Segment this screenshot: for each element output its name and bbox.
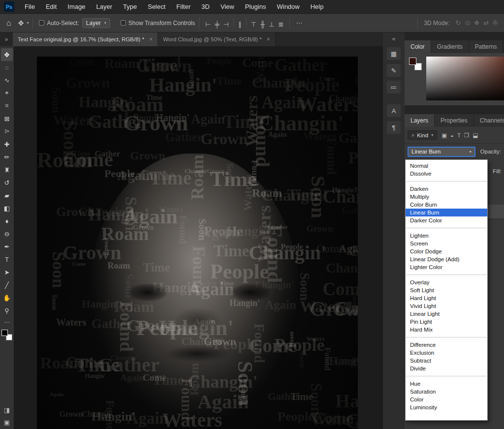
blend-option-pin-light[interactable]: Pin Light	[406, 318, 487, 326]
history-brush-tool[interactable]: ↺	[1, 176, 13, 189]
filter-type-layers-icon[interactable]: T	[457, 132, 461, 138]
align-center-horizontal-icon[interactable]: ╪	[213, 20, 221, 29]
document-tab[interactable]: Text Face original.jpg @ 16.7% (Subject,…	[13, 32, 158, 46]
tool-preset-caret-icon[interactable]: ▾	[27, 21, 29, 25]
auto-select-checkbox[interactable]	[39, 20, 44, 26]
blend-option-vivid-light[interactable]: Vivid Light	[406, 302, 487, 310]
screen-mode-icon[interactable]: ▣	[4, 419, 10, 426]
tab-close-icon[interactable]: ×	[149, 36, 153, 43]
blur-tool[interactable]: ♦	[1, 214, 13, 227]
distribute-horizontal-icon[interactable]: ∥	[236, 20, 244, 29]
tab-patterns[interactable]: Patterns	[469, 40, 504, 53]
frame-tool[interactable]: ⊠	[1, 112, 13, 125]
blend-option-hard-light[interactable]: Hard Light	[406, 294, 487, 302]
hand-tool[interactable]: ✋	[1, 291, 13, 304]
blend-option-color-burn[interactable]: Color Burn	[406, 201, 487, 209]
menu-file[interactable]: File	[19, 0, 40, 14]
foreground-color-swatch[interactable]	[1, 330, 8, 336]
menu-view[interactable]: View	[215, 0, 240, 14]
blend-option-soft-light[interactable]: Soft Light	[406, 286, 487, 294]
gradient-tool[interactable]: ◧	[1, 202, 13, 214]
clone-source-icon[interactable]: ≔	[387, 81, 401, 93]
blend-option-exclusion[interactable]: Exclusion	[406, 349, 487, 357]
menu-filter[interactable]: Filter	[171, 0, 196, 14]
collapse-tools-icon[interactable]: »	[0, 32, 13, 46]
blend-option-darken[interactable]: Darken	[406, 185, 487, 193]
clone-stamp-tool[interactable]: ♜	[1, 163, 13, 176]
move-tool[interactable]: ✥	[1, 48, 13, 61]
menu-select[interactable]: Select	[142, 0, 171, 14]
blend-option-color[interactable]: Color	[406, 396, 487, 403]
3d-orbit-icon[interactable]: ↻	[453, 18, 463, 28]
menu-window[interactable]: Window	[271, 0, 305, 14]
blend-option-subtract[interactable]: Subtract	[406, 357, 487, 365]
healing-brush-tool[interactable]: ✚	[1, 138, 13, 151]
blend-option-linear-light[interactable]: Linear Light	[406, 310, 487, 318]
blend-option-saturation[interactable]: Saturation	[406, 388, 487, 396]
filter-adjustment-layers-icon[interactable]: ◒	[450, 132, 454, 138]
filter-shape-layers-icon[interactable]: ❒	[464, 132, 469, 139]
blend-option-difference[interactable]: Difference	[406, 341, 487, 349]
blend-option-hue[interactable]: Hue	[406, 380, 487, 388]
menu-help[interactable]: Help	[305, 0, 329, 14]
eraser-tool[interactable]: ▰	[1, 189, 13, 202]
blend-option-multiply[interactable]: Multiply	[406, 193, 487, 201]
pen-tool[interactable]: ✒	[1, 240, 13, 253]
home-icon[interactable]: ⌂	[4, 18, 14, 29]
blend-option-lighten[interactable]: Lighten	[406, 232, 487, 240]
3d-camera-icon[interactable]: ✇	[491, 18, 500, 28]
more-options-icon[interactable]: ⋯	[294, 18, 304, 28]
character-panel-icon[interactable]: A	[387, 104, 401, 117]
tab-properties[interactable]: Properties	[435, 114, 474, 127]
blend-option-luminosity[interactable]: Luminosity	[406, 403, 487, 411]
elliptical-marquee-tool[interactable]: ◌	[1, 61, 13, 74]
line-tool[interactable]: ╱	[1, 278, 13, 291]
menu-image[interactable]: Image	[62, 0, 91, 14]
blend-option-linear-burn[interactable]: Linear Burn	[406, 209, 487, 216]
document-tab[interactable]: Word Cloud.jpg @ 50% (Text, RGB/8) *×	[158, 32, 276, 46]
object-selection-tool[interactable]: ⌖	[1, 87, 13, 99]
filter-pixel-layers-icon[interactable]: ▣	[441, 132, 447, 139]
lasso-tool[interactable]: ∿	[1, 74, 13, 87]
color-picker-field[interactable]	[426, 57, 504, 100]
blend-option-linear-dodge-add[interactable]: Linear Dodge (Add)	[406, 255, 487, 263]
blend-option-overlay[interactable]: Overlay	[406, 278, 487, 286]
dodge-tool[interactable]: ⊖	[1, 227, 13, 240]
menu-3d[interactable]: 3D	[196, 0, 215, 14]
3d-slide-icon[interactable]: ⇄	[481, 18, 491, 28]
brush-tool[interactable]: ✏	[1, 151, 13, 163]
align-bottom-icon[interactable]: ⊥	[267, 20, 276, 29]
blend-option-color-dodge[interactable]: Color Dodge	[406, 247, 487, 255]
3d-roll-icon[interactable]: ⊙	[463, 18, 472, 28]
menu-edit[interactable]: Edit	[40, 0, 62, 14]
align-right-icon[interactable]: ⊣	[221, 20, 231, 29]
brush-settings-icon[interactable]: ✎	[387, 64, 401, 77]
auto-select-target-dropdown[interactable]: Layer ▾	[82, 18, 110, 28]
quick-mask-icon[interactable]: ◨	[4, 406, 10, 414]
edit-toolbar-icon[interactable]: ⋯	[4, 319, 10, 326]
blend-option-lighter-color[interactable]: Lighter Color	[406, 263, 487, 271]
blend-mode-dropdown[interactable]: Linear Burn ▾	[408, 147, 475, 157]
tab-gradients[interactable]: Gradients	[431, 40, 469, 53]
menu-layer[interactable]: Layer	[91, 0, 118, 14]
zoom-tool[interactable]: ⚲	[1, 304, 13, 317]
blend-option-dissolve[interactable]: Dissolve	[406, 170, 487, 178]
tab-layers[interactable]: Layers	[405, 114, 435, 127]
layer-filter-dropdown[interactable]: ⌕ Kind ▾	[408, 130, 437, 140]
align-left-icon[interactable]: ⊢	[203, 20, 213, 29]
paragraph-panel-icon[interactable]: ¶	[387, 121, 401, 134]
type-tool[interactable]: T	[1, 253, 13, 266]
libraries-icon[interactable]: ▦	[387, 47, 401, 60]
tab-color[interactable]: Color	[405, 40, 431, 53]
expand-panels-icon[interactable]: «	[392, 35, 396, 42]
filter-smart-objects-icon[interactable]: ⬓	[472, 132, 478, 139]
blend-option-darker-color[interactable]: Darker Color	[406, 216, 487, 224]
align-top-icon[interactable]: ⊤	[249, 20, 258, 29]
blend-option-hard-mix[interactable]: Hard Mix	[406, 326, 487, 334]
document-canvas[interactable]: SoonChangin'TimeRoamComePeopleFoundGrown…	[37, 57, 358, 429]
eyedropper-tool[interactable]: ⌲	[1, 125, 13, 138]
align-middle-icon[interactable]: ╫	[258, 20, 267, 29]
blend-option-normal[interactable]: Normal	[406, 162, 487, 170]
tab-close-icon[interactable]: ×	[267, 36, 270, 43]
3d-pan-icon[interactable]: ✥	[472, 18, 481, 28]
